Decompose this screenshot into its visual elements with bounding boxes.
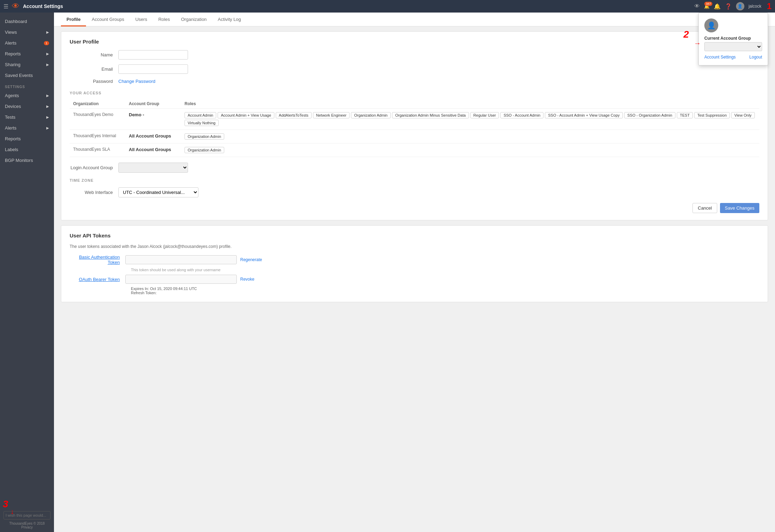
sidebar-item-saved-events[interactable]: Saved Events: [0, 70, 54, 81]
annotation-1-label: 1: [767, 1, 772, 11]
expires-label: Expires In:: [131, 287, 149, 291]
alerts-badge: 1: [44, 41, 49, 45]
bell-icon[interactable]: 🔔: [714, 3, 721, 10]
org-name-internal: ThousandEyes Internal: [70, 130, 125, 143]
sidebar-item-agents[interactable]: Agents ▶: [0, 90, 54, 101]
account-group-demo: Demo -: [125, 109, 181, 130]
tab-profile[interactable]: Profile: [61, 13, 86, 26]
role-badge: Account Admin + View Usage: [218, 112, 274, 118]
eye-icon[interactable]: 👁: [694, 3, 700, 9]
sidebar-label-dashboard: Dashboard: [5, 19, 27, 24]
basic-auth-section: Basic Authentication Token Regenerate Th…: [70, 255, 759, 272]
timezone-select[interactable]: UTC - Coordinated Universal...: [118, 187, 198, 197]
account-popup: 2 → 👤 Current Account Group Account Sett…: [698, 13, 768, 65]
sidebar-item-labels[interactable]: Labels: [0, 144, 54, 155]
privacy-link[interactable]: Privacy: [21, 525, 33, 529]
sidebar-label-agents: Agents: [5, 93, 19, 98]
role-badge: Virtually Nothing: [185, 120, 219, 126]
tab-activity-log[interactable]: Activity Log: [212, 13, 246, 26]
oauth-token-input[interactable]: [125, 275, 237, 284]
agents-arrow-icon: ▶: [46, 94, 49, 97]
role-badge: Organization Admin: [185, 147, 224, 153]
popup-logout-link[interactable]: Logout: [749, 55, 762, 60]
help-icon[interactable]: ❓: [725, 3, 732, 10]
sidebar-item-views[interactable]: Views ▶: [0, 27, 54, 38]
oauth-label-text[interactable]: OAuth Bearer Token: [79, 277, 120, 282]
roles-cell-sla: Organization Admin: [185, 147, 756, 153]
sidebar-item-reports-settings[interactable]: Reports: [0, 133, 54, 144]
login-account-group-label: Login Account Group: [70, 165, 118, 170]
sidebar-label-alerts-settings: Alerts: [5, 125, 16, 131]
table-row: ThousandEyes SLA All Account Groups Orga…: [70, 143, 759, 157]
cancel-button[interactable]: Cancel: [692, 203, 717, 213]
sidebar-label-views: Views: [5, 30, 17, 35]
sidebar-label-labels: Labels: [5, 147, 18, 152]
sidebar-item-alerts[interactable]: Alerts 1: [0, 38, 54, 48]
annotation-3-label: 3: [3, 499, 8, 510]
sidebar-top-items: Dashboard Views ▶ Alerts 1 Reports ▶ Sha…: [0, 16, 54, 81]
hamburger-icon[interactable]: ☰: [3, 3, 8, 10]
user-profile-title: User Profile: [70, 39, 759, 45]
sidebar-item-alerts-settings[interactable]: Alerts ▶: [0, 123, 54, 133]
tab-users[interactable]: Users: [130, 13, 153, 26]
popup-account-group-select[interactable]: [704, 42, 762, 51]
roles-demo: Account Admin Account Admin + View Usage…: [181, 109, 759, 130]
role-badge: SSO - Organization Admin: [624, 112, 675, 118]
password-label: Password: [70, 79, 118, 84]
roles-sla: Organization Admin: [181, 143, 759, 157]
sidebar-item-dashboard[interactable]: Dashboard: [0, 16, 54, 27]
access-table-header: Organization Account Group Roles: [70, 99, 759, 109]
notification-badge[interactable]: 🔔 387: [704, 4, 710, 9]
role-badge: Organization Admin: [185, 133, 224, 140]
sidebar-item-reports[interactable]: Reports ▶: [0, 48, 54, 59]
avatar[interactable]: 👤: [736, 2, 744, 10]
settings-section-label: SETTINGS: [0, 81, 54, 90]
nav-left: ☰ 👁 Account Settings: [3, 2, 63, 11]
role-badge: Organization Admin: [351, 112, 391, 118]
access-table: Organization Account Group Roles Thousan…: [70, 99, 759, 157]
email-input[interactable]: [118, 64, 188, 74]
top-nav: ☰ 👁 Account Settings 👁 🔔 387 🔔 ❓ 👤 jalco…: [0, 0, 775, 13]
roles-cell-internal: Organization Admin: [185, 133, 756, 140]
nav-right: 👁 🔔 387 🔔 ❓ 👤 jalcock 1: [694, 1, 772, 11]
oauth-row: OAuth Bearer Token Revoke: [70, 275, 759, 284]
regenerate-button[interactable]: Regenerate: [240, 257, 262, 262]
tabs-bar: Profile Account Groups Users Roles Organ…: [54, 13, 775, 26]
email-label: Email: [70, 66, 118, 72]
col-roles: Roles: [181, 99, 759, 109]
sidebar-item-bgp-monitors[interactable]: BGP Monitors: [0, 155, 54, 166]
role-badge: SSO - Account Admin + View Usage Copy: [545, 112, 623, 118]
basic-auth-token-input[interactable]: [125, 255, 237, 264]
sidebar-item-devices[interactable]: Devices ▶: [0, 101, 54, 112]
token-expiry: Expires In: Oct 15, 2020 09:44:11 UTC: [131, 287, 759, 291]
tab-account-groups[interactable]: Account Groups: [86, 13, 130, 26]
org-name-sla: ThousandEyes SLA: [70, 143, 125, 157]
sharing-arrow-icon: ▶: [46, 63, 49, 66]
annotation-2-arrow: →: [694, 39, 701, 47]
basic-auth-hint: This token should be used along with you…: [131, 268, 759, 272]
expires-value: Oct 15, 2020 09:44:11 UTC: [150, 287, 197, 291]
revoke-button[interactable]: Revoke: [240, 277, 255, 282]
sidebar-item-sharing[interactable]: Sharing ▶: [0, 59, 54, 70]
api-tokens-card: User API Tokens The user tokens associat…: [61, 225, 768, 302]
change-password-link[interactable]: Change Password: [118, 79, 155, 84]
main-layout: Dashboard Views ▶ Alerts 1 Reports ▶ Sha…: [0, 13, 775, 532]
sidebar-item-tests[interactable]: Tests ▶: [0, 112, 54, 123]
role-badge: Test Suppression: [694, 112, 730, 118]
role-badge: Organization Admin Minus Sensitive Data: [392, 112, 469, 118]
name-input[interactable]: [118, 50, 188, 60]
role-badge: TEST: [677, 112, 693, 118]
basic-auth-label-text[interactable]: Basic Authentication Token: [79, 255, 120, 265]
content-area: Profile Account Groups Users Roles Organ…: [54, 13, 775, 532]
tab-roles[interactable]: Roles: [153, 13, 175, 26]
popup-avatar: 👤: [704, 18, 718, 32]
user-profile-card: User Profile Name Email Password Change …: [61, 31, 768, 220]
devices-arrow-icon: ▶: [46, 104, 49, 108]
timezone-row: Web Interface UTC - Coordinated Universa…: [70, 187, 759, 197]
popup-settings-link[interactable]: Account Settings: [704, 55, 736, 60]
save-changes-button[interactable]: Save Changes: [720, 203, 759, 213]
tab-organization[interactable]: Organization: [175, 13, 212, 26]
login-account-group-select[interactable]: [118, 163, 188, 173]
basic-auth-label: Basic Authentication Token: [70, 255, 125, 265]
web-interface-label: Web Interface: [70, 190, 118, 195]
